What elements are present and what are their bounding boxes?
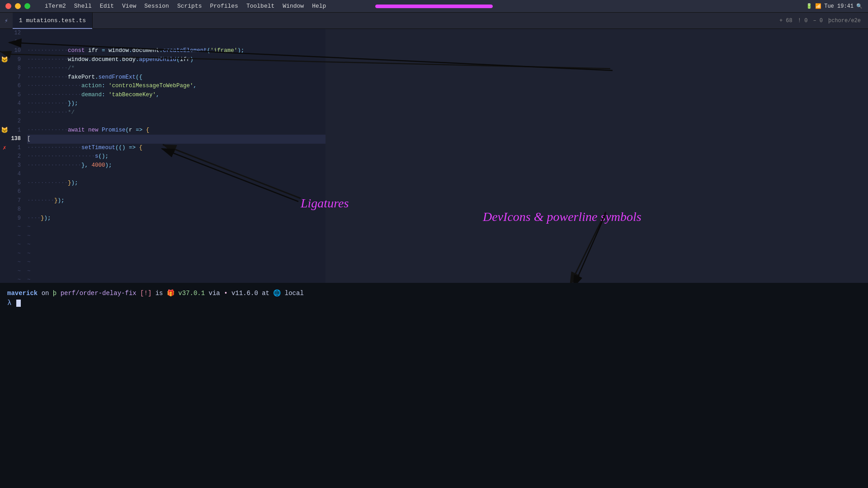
terminal-prompt-line: maverick on þ perf/order-delay-fix [!] i… bbox=[7, 288, 861, 298]
line-num-t6: ~ bbox=[18, 267, 21, 276]
left-icon-err2 bbox=[0, 152, 9, 161]
menu-shell[interactable]: Shell bbox=[71, 0, 95, 13]
menu-toolbelt[interactable]: Toolbelt bbox=[243, 0, 278, 13]
file-tab[interactable]: 1 mutations.test.ts bbox=[13, 13, 93, 29]
terminal-node-icon: 🎁 bbox=[167, 290, 178, 297]
terminal-via: via bbox=[209, 290, 224, 297]
left-icon-12 bbox=[0, 29, 9, 38]
progress-bar-fill bbox=[375, 5, 493, 8]
line-num-t4: ~ bbox=[18, 249, 21, 258]
left-icon-7 bbox=[0, 73, 9, 82]
left-icon-err4 bbox=[0, 170, 9, 179]
maximize-button[interactable] bbox=[24, 3, 30, 9]
close-button[interactable] bbox=[5, 3, 11, 9]
menu-edit[interactable]: Edit bbox=[96, 0, 118, 13]
line-num-11: 11 bbox=[14, 38, 21, 47]
terminal-is: is bbox=[156, 290, 167, 297]
line-num-9: 9 bbox=[18, 56, 21, 65]
tab-label: 1 mutations.test.ts bbox=[19, 17, 86, 24]
code-line-t1: ~ bbox=[27, 223, 326, 232]
left-icon-err5 bbox=[0, 179, 9, 188]
menu-iterm2[interactable]: iTerm2 bbox=[41, 0, 70, 13]
code-line-2b bbox=[27, 117, 326, 126]
menu-window[interactable]: Window bbox=[279, 0, 307, 13]
code-line-t6: ~ bbox=[27, 267, 326, 276]
code-line-7c: ········}); bbox=[27, 197, 326, 206]
menu-profiles[interactable]: Profiles bbox=[206, 0, 241, 13]
code-line-3c: ················}, 4000); bbox=[27, 161, 326, 170]
plus68: + 68 bbox=[779, 18, 793, 24]
terminal-dot: • bbox=[224, 290, 231, 297]
line-num-2b: 2 bbox=[18, 117, 21, 126]
titlebar: iTerm2 Shell Edit View Session Scripts P… bbox=[0, 0, 868, 13]
left-icon-10 bbox=[0, 47, 9, 56]
line-num-6: 6 bbox=[18, 82, 21, 91]
line-num-8: 8 bbox=[18, 64, 21, 73]
path-abbr: þchore/e2e bbox=[828, 18, 861, 24]
terminal-lambda: λ bbox=[7, 299, 12, 307]
left-icons: 🐱 🐱 ✗ bbox=[0, 29, 9, 293]
left-icon-err: ✗ bbox=[0, 144, 9, 153]
left-icon-138 bbox=[0, 135, 9, 144]
line-num-12: 12 bbox=[14, 29, 21, 38]
code-line-5c: ············}); bbox=[27, 179, 326, 188]
gutter: 12 11 10 9 8 7 6 5 4 3 2 1 138 1 2 3 4 5… bbox=[9, 29, 24, 293]
code-content[interactable]: ············const ifr = window.document.… bbox=[24, 29, 326, 293]
line-num-3: 3 bbox=[18, 108, 21, 117]
tabbar: ⚡ 1 mutations.test.ts + 68 ! 0 – 0 þchor… bbox=[0, 13, 868, 29]
code-line-8: ············/* bbox=[27, 64, 326, 73]
left-icon-9: 🐱 bbox=[0, 56, 9, 65]
code-line-7: ············fakePort.sendFromExt({ bbox=[27, 73, 326, 82]
terminal-user: maverick bbox=[7, 290, 38, 297]
menu-scripts[interactable]: Scripts bbox=[174, 0, 206, 13]
menu-session[interactable]: Session bbox=[141, 0, 173, 13]
line-num-5: 5 bbox=[18, 91, 21, 100]
code-line-4: ············}); bbox=[27, 99, 326, 108]
code-line-t2: ~ bbox=[27, 232, 326, 241]
line-num-t3: ~ bbox=[18, 240, 21, 249]
code-area[interactable]: 🐱 🐱 ✗ 12 11 10 bbox=[0, 29, 326, 293]
traffic-lights bbox=[0, 3, 30, 9]
line-num-4c: 4 bbox=[18, 170, 21, 179]
search-icon[interactable]: 🔍 bbox=[856, 3, 863, 9]
line-num-6c: 6 bbox=[18, 188, 21, 197]
terminal-at: at bbox=[262, 290, 273, 297]
code-line-138: [ bbox=[27, 135, 326, 144]
line-num-138: 138 bbox=[11, 135, 21, 144]
main-area: 🐱 🐱 ✗ 12 11 10 bbox=[0, 29, 868, 308]
line-num-7: 7 bbox=[18, 73, 21, 82]
line-num-1c: 1 bbox=[18, 144, 21, 153]
tab-icon: ⚡ bbox=[0, 17, 13, 24]
left-icon-2 bbox=[0, 117, 9, 126]
left-icon-8 bbox=[0, 64, 9, 73]
terminal[interactable]: maverick on þ perf/order-delay-fix [!] i… bbox=[0, 283, 868, 488]
menu-help[interactable]: Help bbox=[308, 0, 330, 13]
right-panel bbox=[326, 29, 868, 308]
line-num-t5: ~ bbox=[18, 258, 21, 267]
code-line-10: ············const ifr = window.document.… bbox=[27, 47, 326, 56]
code-line-9: ············window.document.body.appendC… bbox=[27, 56, 326, 65]
wifi-icon: 📶 bbox=[815, 3, 821, 9]
code-line-9c: ····}); bbox=[27, 214, 326, 223]
code-line-11 bbox=[27, 38, 326, 47]
line-num-7c: 7 bbox=[18, 197, 21, 206]
code-line-3: ············*/ bbox=[27, 108, 326, 117]
line-num-9c: 9 bbox=[18, 214, 21, 223]
editor-wrapper: 🐱 🐱 ✗ 12 11 10 bbox=[0, 29, 326, 308]
line-num-3c: 3 bbox=[18, 161, 21, 170]
terminal-branch: perf/order-delay-fix bbox=[61, 290, 137, 297]
minimize-button[interactable] bbox=[15, 3, 21, 9]
left-icon-11 bbox=[0, 38, 9, 47]
code-line-5: ················demand: 'tabBecomeKey', bbox=[27, 91, 326, 100]
left-icon-err3 bbox=[0, 161, 9, 170]
terminal-on: on bbox=[42, 290, 53, 297]
terminal-dir-sym: þ bbox=[53, 290, 61, 297]
menu-view[interactable]: View bbox=[118, 0, 140, 13]
left-icon-1: 🐱 bbox=[0, 126, 9, 135]
line-num-5c: 5 bbox=[18, 179, 21, 188]
terminal-cursor bbox=[16, 300, 21, 307]
terminal-local-icon: 🌐 bbox=[273, 290, 284, 297]
terminal-cursor-line: λ bbox=[7, 298, 861, 308]
terminal-bang: [!] bbox=[140, 290, 156, 297]
terminal-node-ver: v37.0.1 bbox=[178, 290, 205, 297]
